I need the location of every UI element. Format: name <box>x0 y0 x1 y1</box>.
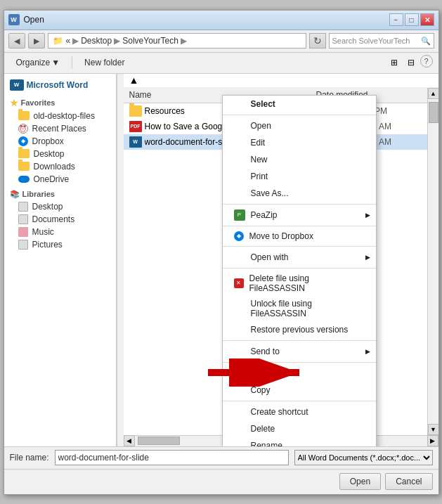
ctx-icon-new <box>234 154 245 165</box>
organize-arrow-icon: ▼ <box>51 58 60 67</box>
ctx-separator <box>223 226 376 226</box>
scroll-right-button[interactable]: ▶ <box>427 435 438 446</box>
refresh-button[interactable]: ↻ <box>309 33 326 49</box>
sidebar-item-lib-desktop[interactable]: Desktop <box>4 200 116 213</box>
bottom-bar: Open Cancel <box>4 469 438 494</box>
sidebar-item-old-desktop-files[interactable]: old-desktop-files <box>4 110 116 122</box>
context-menu: Select Open Edit New Print <box>222 95 377 446</box>
ctx-icon-edit <box>234 137 245 148</box>
ctx-item-unlock-fileassassin[interactable]: Unlock file using FileASSASSIN <box>223 296 376 321</box>
ctx-item-dropbox[interactable]: ◆ Move to Dropbox <box>223 228 376 244</box>
ctx-separator <box>223 268 376 269</box>
scroll-left-button[interactable]: ◀ <box>124 435 135 446</box>
scroll-down-button[interactable]: ▼ <box>428 424 438 435</box>
ctx-icon-shortcut <box>234 406 245 418</box>
scroll-up-button[interactable]: ▲ <box>428 88 438 99</box>
vertical-scrollbar[interactable]: ▲ ▼ <box>427 88 438 435</box>
forward-button[interactable]: ▶ <box>28 33 45 49</box>
organize-button[interactable]: Organize ▼ <box>10 56 67 70</box>
ctx-item-restore[interactable]: Restore previous versions <box>223 321 376 338</box>
cancel-button[interactable]: Cancel <box>385 473 432 490</box>
ctx-item-open[interactable]: Open <box>223 117 376 134</box>
ctx-separator <box>223 340 376 341</box>
hscroll-thumb[interactable] <box>138 437 180 445</box>
window-controls: − □ ✕ <box>389 13 434 26</box>
filename-bar: File name: All Word Documents (*.docx;*.… <box>4 446 438 469</box>
search-box[interactable]: Search SolveYourTech 🔍 <box>329 33 434 49</box>
ctx-item-saveas[interactable]: Save As... <box>223 185 376 202</box>
dropbox-icon: ◆ <box>18 136 28 146</box>
open-button[interactable]: Open <box>339 473 381 490</box>
ctx-item-rename[interactable]: Rename <box>223 437 376 446</box>
toolbar-separator <box>72 56 72 69</box>
view-icons: ⊞ ⊟ ? <box>386 55 433 70</box>
window-title: Open <box>24 15 389 25</box>
filename-label: File name: <box>10 453 49 463</box>
music-icon <box>18 227 28 237</box>
ctx-item-delete-fileassassin[interactable]: ✕ Delete file using FileASSASSIN <box>223 271 376 296</box>
ctx-item-peazip[interactable]: P PeaZip <box>223 207 376 224</box>
ctx-icon-peazip: P <box>234 209 245 221</box>
onedrive-icon <box>18 176 30 183</box>
open-dialog: W Open − □ ✕ ◀ ▶ 📁 « ▶ Desktop ▶ SolveYo… <box>4 10 439 495</box>
breadcrumb-solvetech[interactable]: SolveYourTech <box>122 36 178 46</box>
ctx-icon-rename <box>234 440 245 446</box>
sidebar-item-documents[interactable]: Documents <box>4 213 116 226</box>
sidebar-item-onedrive[interactable]: OneDrive <box>4 173 116 186</box>
libraries-label: Libraries <box>22 190 55 198</box>
maximize-button[interactable]: □ <box>405 13 419 26</box>
ctx-icon-open-with <box>234 252 245 263</box>
ctx-item-print[interactable]: Print <box>223 168 376 185</box>
title-bar: W Open − □ ✕ <box>4 11 438 30</box>
ctx-icon-print <box>234 171 245 182</box>
new-folder-button[interactable]: New folder <box>78 56 131 70</box>
sidebar-scrollbar[interactable] <box>117 74 124 446</box>
breadcrumb-separator1: « <box>66 36 71 46</box>
sidebar-item-dropbox[interactable]: ◆ Dropbox <box>4 135 116 148</box>
ctx-separator <box>223 204 376 205</box>
address-path[interactable]: 📁 « ▶ Desktop ▶ SolveYourTech ▶ <box>48 33 306 49</box>
sidebar-wrapper: W Microsoft Word ★ Favorites old-desktop… <box>4 74 124 446</box>
sidebar-section-libraries[interactable]: 📚 Libraries <box>4 186 116 200</box>
sidebar-item-recent-places[interactable]: ⏰ Recent Places <box>4 122 116 135</box>
sidebar-item-pictures[interactable]: Pictures <box>4 238 116 251</box>
ctx-item-delete[interactable]: Delete <box>223 420 376 437</box>
minimize-button[interactable]: − <box>389 13 403 26</box>
library-icon <box>18 202 28 212</box>
view-button-grid[interactable]: ⊞ <box>386 55 402 70</box>
breadcrumb-desktop[interactable]: Desktop <box>81 36 112 46</box>
close-button[interactable]: ✕ <box>420 13 434 26</box>
search-placeholder: Search SolveYourTech <box>332 37 410 45</box>
arrow-svg <box>208 358 313 387</box>
scroll-track[interactable] <box>428 99 438 424</box>
sidebar-item-desktop[interactable]: Desktop <box>4 148 116 160</box>
folder-icon <box>18 149 30 158</box>
app-icon: W <box>8 14 20 25</box>
ctx-item-edit[interactable]: Edit <box>223 134 376 151</box>
libraries-icon: 📚 <box>10 190 20 199</box>
back-button[interactable]: ◀ <box>8 33 25 49</box>
ctx-item-select[interactable]: Select <box>223 96 376 112</box>
ctx-icon-sendto <box>234 346 245 357</box>
recent-icon: ⏰ <box>18 124 28 134</box>
navigate-up-icon[interactable]: ▲ <box>129 75 139 86</box>
ctx-icon-restore <box>234 324 245 335</box>
ctx-icon-saveas <box>234 188 245 199</box>
view-button-list[interactable]: ⊟ <box>403 55 419 70</box>
sidebar-item-downloads[interactable]: Downloads <box>4 160 116 173</box>
ctx-item-sendto[interactable]: Send to <box>223 343 376 360</box>
scroll-thumb[interactable] <box>429 102 438 123</box>
library-icon <box>18 240 28 250</box>
ctx-item-new[interactable]: New <box>223 151 376 168</box>
filetype-select[interactable]: All Word Documents (*.docx;*.doc... <box>294 450 433 465</box>
word-file-icon: W <box>129 136 142 148</box>
sidebar-section-favorites[interactable]: ★ Favorites <box>4 93 116 110</box>
ctx-separator <box>223 115 376 115</box>
filename-input[interactable] <box>55 450 289 465</box>
ctx-item-create-shortcut[interactable]: Create shortcut <box>223 403 376 420</box>
help-button[interactable]: ? <box>420 55 433 67</box>
folder-icon <box>18 162 30 171</box>
ctx-item-open-with[interactable]: Open with <box>223 249 376 266</box>
sidebar-item-music[interactable]: Music <box>4 226 116 238</box>
sidebar: W Microsoft Word ★ Favorites old-desktop… <box>4 74 117 446</box>
